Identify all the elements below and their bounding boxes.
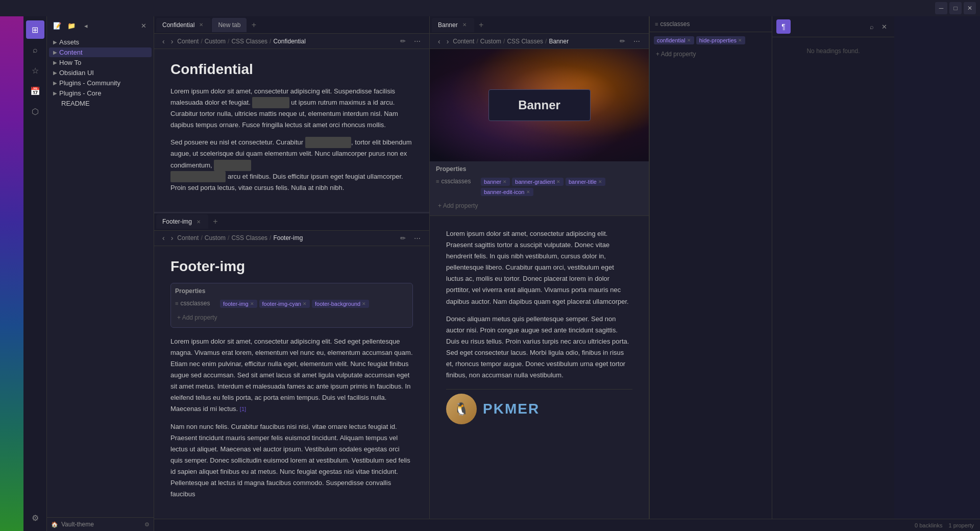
close-button[interactable]: ✕ <box>964 2 976 14</box>
tag-footer-img-cyan[interactable]: footer-img-cyan ✕ <box>259 300 310 308</box>
settings-icon[interactable]: ⚙ <box>144 521 150 528</box>
edit-button-upper[interactable]: ✏ <box>397 35 409 47</box>
remove-banner-tag[interactable]: ✕ <box>503 179 507 184</box>
title-bar: ─ □ ✕ <box>0 0 980 16</box>
tree-item-readme[interactable]: README <box>49 99 152 108</box>
back-button-banner[interactable]: ‹ <box>436 36 443 46</box>
footer-img-tabs-bar: Footer-img ✕ + <box>154 213 429 231</box>
new-folder-button[interactable]: 📁 <box>65 19 78 32</box>
remove-banner-title-tag[interactable]: ✕ <box>598 179 602 184</box>
breadcrumb-confidential: Confidential <box>273 38 305 45</box>
pkmer-logo-text: PKMER <box>483 401 540 417</box>
tree-item-plugins-community[interactable]: ▶ Plugins - Community <box>49 78 152 88</box>
remove-footer-background-tag[interactable]: ✕ <box>362 301 366 306</box>
tag-footer-background[interactable]: footer-background ✕ <box>312 300 369 308</box>
tree-item-assets[interactable]: ▶ Assets <box>49 37 152 47</box>
breadcrumb-content-banner[interactable]: Content <box>453 38 474 45</box>
footer-img-title: Footer-img <box>170 258 413 275</box>
tab-confidential-close[interactable]: ✕ <box>198 21 205 29</box>
tab-banner-close[interactable]: ✕ <box>461 21 468 29</box>
forward-button-banner[interactable]: › <box>445 36 451 46</box>
breadcrumb-css-banner[interactable]: CSS Classes <box>507 38 543 45</box>
tag-confidential-right[interactable]: confidential ✕ <box>654 36 694 44</box>
banner-para1: Lorem ipsum dolor sit amet, consectetur … <box>446 228 632 307</box>
file-tree: 📝 📁 ◂ ✕ ▶ Assets ▶ Content ▶ How To ▶ Ob… <box>47 16 154 531</box>
forward-button-lower[interactable]: › <box>169 233 176 243</box>
minimize-button[interactable]: ─ <box>935 2 947 14</box>
tab-footer-img[interactable]: Footer-img ✕ <box>156 214 208 229</box>
footer-img-content: Footer-img Properties ≡ cssclasses foote… <box>154 246 429 519</box>
back-button-lower[interactable]: ‹ <box>160 233 167 243</box>
more-button-upper[interactable]: ⋯ <box>411 35 423 47</box>
breadcrumb-content-lower[interactable]: Content <box>177 234 199 242</box>
edit-button-lower[interactable]: ✏ <box>397 232 409 244</box>
tab-new-tab[interactable]: New tab <box>212 18 247 32</box>
remove-footer-img-tag[interactable]: ✕ <box>250 301 254 306</box>
more-button-banner[interactable]: ⋯ <box>630 35 643 47</box>
tab-confidential[interactable]: Confidential ✕ <box>156 18 211 32</box>
tag-banner-edit-icon[interactable]: banner-edit-icon ✕ <box>481 188 533 196</box>
redacted-3 <box>214 160 251 171</box>
add-property-button[interactable]: + Add property <box>175 312 408 323</box>
outline-icon: ¶ <box>776 19 791 34</box>
cssclasses-label: cssclasses <box>180 300 210 307</box>
tree-item-plugins-core[interactable]: ▶ Plugins - Core <box>49 88 152 98</box>
new-tab-button-lower[interactable]: + <box>209 215 222 228</box>
tag-hide-properties[interactable]: hide-properties ✕ <box>696 36 745 44</box>
ribbon-calendar-icon[interactable]: 📅 <box>26 82 44 100</box>
banner-add-property-button[interactable]: + Add property <box>436 200 643 211</box>
forward-button-upper[interactable]: › <box>169 36 176 46</box>
new-tab-banner-button[interactable]: + <box>475 19 487 31</box>
ribbon-search-icon[interactable]: ⌕ <box>26 41 44 59</box>
tab-banner[interactable]: Banner ✕ <box>432 18 474 32</box>
back-button-upper[interactable]: ‹ <box>160 36 167 46</box>
right-panel-header: ≡ cssclasses <box>650 16 772 32</box>
ribbon-graph-icon[interactable]: ⬡ <box>26 102 44 120</box>
breadcrumb-css-lower[interactable]: CSS Classes <box>231 234 267 242</box>
tree-item-howto[interactable]: ▶ How To <box>49 58 152 67</box>
new-tab-button[interactable]: + <box>248 19 260 31</box>
breadcrumb-custom-banner[interactable]: Custom <box>480 38 501 45</box>
edit-button-banner[interactable]: ✏ <box>616 35 628 47</box>
tab-footer-img-close[interactable]: ✕ <box>195 218 202 225</box>
vault-name: Vault-theme <box>61 521 94 528</box>
breadcrumb-custom-lower[interactable]: Custom <box>205 234 226 242</box>
remove-confidential-tag[interactable]: ✕ <box>687 38 691 43</box>
outline-search-button[interactable]: ⌕ <box>866 20 878 33</box>
main-area: Confidential ✕ New tab + ‹ › Content / <box>154 16 980 531</box>
tree-item-content[interactable]: ▶ Content <box>49 47 152 57</box>
more-button-lower[interactable]: ⋯ <box>411 232 423 244</box>
tag-footer-img[interactable]: footer-img ✕ <box>220 300 257 308</box>
ribbon-star-icon[interactable]: ☆ <box>26 61 44 80</box>
remove-footer-img-cyan-tag[interactable]: ✕ <box>303 301 307 306</box>
ribbon-bookmark-icon[interactable]: ⊞ <box>26 20 44 39</box>
redacted-4 <box>170 171 226 182</box>
right-panel-add-property[interactable]: + Add property <box>654 49 768 60</box>
close-panel-button[interactable]: ✕ <box>137 19 150 32</box>
tag-banner-gradient[interactable]: banner-gradient ✕ <box>512 178 564 186</box>
collapse-button[interactable]: ◂ <box>80 19 92 32</box>
banner-title-box: Banner <box>488 89 591 121</box>
tag-banner[interactable]: banner ✕ <box>481 178 510 186</box>
breadcrumb-custom[interactable]: Custom <box>205 38 226 45</box>
breadcrumb-content[interactable]: Content <box>177 38 199 45</box>
banner-properties-panel: Properties ≡ cssclasses banner ✕ banner-… <box>430 161 649 216</box>
breadcrumb-css-classes[interactable]: CSS Classes <box>231 38 267 45</box>
backlinks-count[interactable]: 0 backlinks <box>915 522 942 528</box>
remove-hide-properties-tag[interactable]: ✕ <box>738 38 742 43</box>
ribbon-settings-icon[interactable]: ⚙ <box>26 509 44 527</box>
confidential-breadcrumb: ‹ › Content / Custom / CSS Classes / Con… <box>154 34 429 49</box>
outline-panel: ¶ ⌕ ✕ No headings found. <box>772 16 894 519</box>
properties-count[interactable]: 1 property <box>948 522 974 528</box>
banner-para2: Donec aliquam metus quis pellentesque se… <box>446 313 632 381</box>
remove-banner-edit-icon-tag[interactable]: ✕ <box>526 189 530 195</box>
banner-cssclasses-label: cssclasses <box>441 178 471 185</box>
status-bar-right: 0 backlinks 1 property <box>915 522 974 528</box>
outline-close-button[interactable]: ✕ <box>878 20 890 33</box>
maximize-button[interactable]: □ <box>949 2 962 14</box>
tree-item-obsidian-ui[interactable]: ▶ Obsidian UI <box>49 68 152 78</box>
new-note-button[interactable]: 📝 <box>51 19 63 32</box>
tag-banner-title[interactable]: banner-title ✕ <box>566 178 605 186</box>
remove-banner-gradient-tag[interactable]: ✕ <box>556 179 560 184</box>
right-properties-panel: ≡ cssclasses confidential ✕ hide-propert… <box>649 16 772 519</box>
